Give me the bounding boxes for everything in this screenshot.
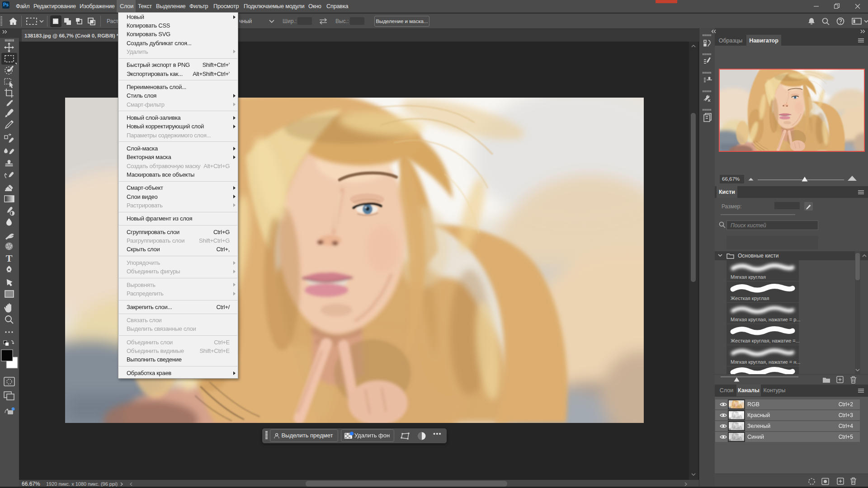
svg-text:T: T — [6, 253, 13, 264]
svg-text:Мягкая круглая: Мягкая круглая — [731, 274, 766, 280]
svg-text:Мягкая круглая, нажатие = н...: Мягкая круглая, нажатие = н... — [731, 359, 801, 365]
svg-text:Жесткая круглая: Жесткая круглая — [731, 296, 769, 301]
svg-text:Жесткая круглая, нажатие =...: Жесткая круглая, нажатие =... — [731, 338, 800, 343]
svg-text:Мягкая круглая, нажатие = р...: Мягкая круглая, нажатие = р... — [731, 317, 801, 322]
